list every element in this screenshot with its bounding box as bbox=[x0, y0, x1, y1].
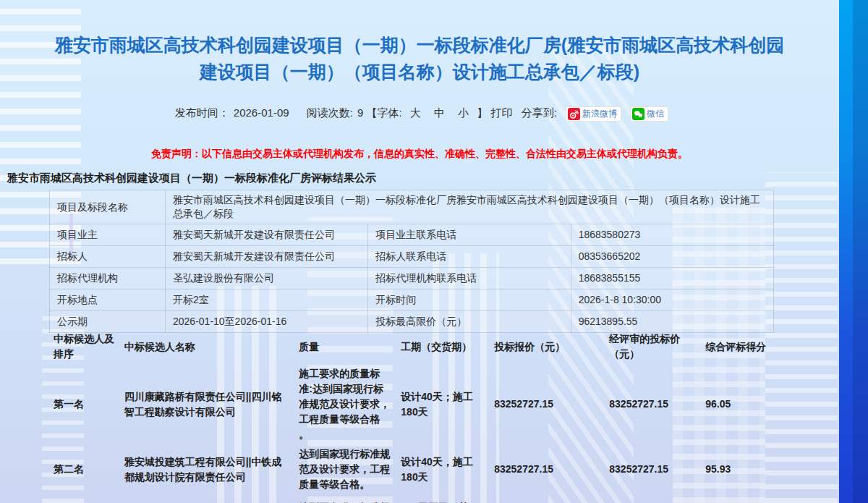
info-value: 圣弘建设股份有限公司 bbox=[166, 268, 368, 289]
info-value: 18683855155 bbox=[571, 268, 773, 289]
candidate-score: 96.05 bbox=[701, 364, 778, 444]
info-value: 08353665202 bbox=[571, 246, 773, 268]
table-row: 招标代理机构 圣弘建设股份有限公司 招标代理机构联系电话 18683855155 bbox=[50, 268, 774, 289]
info-label: 项目及标段名称 bbox=[50, 190, 166, 224]
candidate-quality: 达到国家现行标准规范及设计要求，工程质量等级合格。 bbox=[294, 444, 396, 494]
table-row: 开标地点 开标2室 开标时间 2026-1-8 10:30:00 bbox=[50, 289, 774, 311]
share-wechat-button[interactable]: 微信 bbox=[630, 106, 668, 122]
candidate-evaluated-price: 83252727.18 bbox=[605, 494, 701, 503]
info-label: 项目业主 bbox=[50, 224, 166, 246]
candidate-name: 雅安城投建筑工程有限公司||中铁成都规划设计院有限责任公司 bbox=[120, 444, 295, 494]
font-size-bracket-close: 】 bbox=[477, 106, 488, 119]
info-label: 招标人 bbox=[50, 246, 166, 268]
right-edge-decoration bbox=[839, 0, 868, 503]
share-wechat-label: 微信 bbox=[647, 108, 664, 120]
col-header-evaluated-price: 经评审的投标价（元） bbox=[605, 329, 701, 364]
view-count-value: 9 bbox=[357, 106, 363, 119]
table-row: 项目业主 雅安蜀天新城开发建设有限责任公司 项目业主联系电话 186835802… bbox=[50, 224, 774, 246]
wechat-icon bbox=[632, 108, 644, 120]
info-value: 雅安市雨城区高技术科创园建设项目（一期）一标段标准化厂房雅安市雨城区高技术科创园… bbox=[166, 190, 774, 224]
info-value: 雅安蜀天新城开发建设有限责任公司 bbox=[166, 224, 368, 246]
info-label: 项目业主联系电话 bbox=[368, 224, 571, 246]
info-value: 2026-1-8 10:30:00 bbox=[571, 289, 773, 311]
candidate-price: 83252727.15 bbox=[490, 444, 605, 494]
candidate-evaluated-price: 83252727.15 bbox=[605, 444, 701, 494]
share-to-label: 分享到: bbox=[522, 106, 557, 119]
candidate-price: 83252727.18 bbox=[490, 494, 605, 503]
candidate-name: 四川康藏路桥有限责任公司||四川铭智工程勘察设计有限公司 bbox=[120, 364, 295, 444]
info-label: 开标地点 bbox=[50, 289, 166, 311]
publish-time-label: 发布时间： bbox=[175, 106, 229, 119]
info-value: 开标2室 bbox=[166, 289, 368, 311]
col-header-rank: 中标候选人及排序 bbox=[49, 329, 120, 364]
table-row: 第一名 四川康藏路桥有限责任公司||四川铭智工程勘察设计有限公司 施工要求的质量… bbox=[49, 364, 778, 444]
info-label: 开标时间 bbox=[368, 289, 571, 311]
candidate-name: 新疆兵团城建集团有限公司||中船第九设计研究院工程有限公司 bbox=[120, 494, 295, 503]
candidate-rank: 第一名 bbox=[49, 364, 120, 444]
table-row: 第二名 雅安城投建筑工程有限公司||中铁成都规划设计院有限责任公司 达到国家现行… bbox=[49, 444, 778, 494]
announcement-page: 雅安市雨城区高技术科创园建设项目（一期）一标段标准化厂房(雅安市雨城区高技术科创… bbox=[0, 0, 839, 503]
col-header-duration: 工期（交货期） bbox=[396, 329, 490, 364]
right-edge-decoration-inner bbox=[853, 0, 868, 503]
info-value: 18683580273 bbox=[571, 224, 773, 246]
result-announcement-title: 雅安市雨城区高技术科创园建设项目（一期）一标段标准化厂房评标结果公示 bbox=[7, 172, 376, 185]
print-button[interactable]: 打印 bbox=[490, 106, 512, 119]
info-value: 雅安蜀天新城开发建设有限责任公司 bbox=[166, 246, 368, 268]
col-header-score: 综合评标得分 bbox=[701, 329, 778, 364]
candidate-score: 95.93 bbox=[701, 444, 778, 494]
candidate-quality: 达到国家现行标准规范及设计要求，工程质量等级合格 bbox=[294, 494, 396, 503]
col-header-quality: 质量 bbox=[294, 329, 396, 364]
info-label: 招标人联系电话 bbox=[368, 246, 571, 268]
font-size-bracket-open: 【字体: bbox=[366, 106, 401, 119]
weibo-icon bbox=[568, 108, 580, 120]
table-row: 第三名 新疆兵团城建集团有限公司||中船第九设计研究院工程有限公司 达到国家现行… bbox=[49, 494, 778, 503]
font-size-large-button[interactable]: 大 bbox=[410, 106, 421, 119]
candidate-evaluated-price: 83252727.15 bbox=[605, 364, 701, 444]
meta-row: 发布时间：2026-01-09 阅读次数:9 【字体: 大 中 小 】 打印 分… bbox=[0, 106, 839, 122]
col-header-price: 投标报价（元） bbox=[490, 329, 605, 364]
share-weibo-button[interactable]: 新浪微博 bbox=[566, 106, 621, 122]
table-row: 招标人 雅安蜀天新城开发建设有限责任公司 招标人联系电话 08353665202 bbox=[50, 246, 774, 268]
font-size-small-button[interactable]: 小 bbox=[458, 106, 469, 119]
candidate-quality: 施工要求的质量标准:达到国家现行标准规范及设计要求，工程质量等级合格 。 bbox=[294, 364, 396, 444]
candidate-duration: 设计40天，施工180天 bbox=[396, 444, 490, 494]
font-size-medium-button[interactable]: 中 bbox=[434, 106, 445, 119]
info-label: 招标代理机构联系电话 bbox=[368, 268, 571, 289]
info-label: 招标代理机构 bbox=[50, 268, 166, 289]
candidate-duration: 220日历天（其中：设计40天，施工180天） bbox=[396, 494, 490, 503]
publish-time-value: 2026-01-09 bbox=[234, 106, 289, 119]
view-count-label: 阅读次数: bbox=[307, 106, 353, 119]
candidate-score: 95.75 bbox=[701, 494, 778, 503]
project-info-table: 项目及标段名称 雅安市雨城区高技术科创园建设项目（一期）一标段标准化厂房雅安市雨… bbox=[49, 190, 774, 333]
page-title: 雅安市雨城区高技术科创园建设项目（一期）一标段标准化厂房(雅安市雨城区高技术科创… bbox=[0, 32, 839, 85]
candidate-duration: 设计40天；施工180天 bbox=[396, 364, 490, 444]
candidate-rank: 第二名 bbox=[49, 444, 120, 494]
share-weibo-label: 新浪微博 bbox=[582, 108, 617, 120]
bid-candidates-table: 中标候选人及排序 中标候选人名称 质量 工期（交货期） 投标报价（元） 经评审的… bbox=[49, 329, 778, 503]
table-row: 项目及标段名称 雅安市雨城区高技术科创园建设项目（一期）一标段标准化厂房雅安市雨… bbox=[50, 190, 774, 224]
col-header-name: 中标候选人名称 bbox=[120, 329, 295, 364]
disclaimer-text: 免责声明：以下信息由交易主体或代理机构发布，信息的真实性、准确性、完整性、合法性… bbox=[0, 148, 839, 161]
candidate-price: 83252727.15 bbox=[490, 364, 605, 444]
candidate-rank: 第三名 bbox=[49, 494, 120, 503]
table-header-row: 中标候选人及排序 中标候选人名称 质量 工期（交货期） 投标报价（元） 经评审的… bbox=[49, 329, 778, 364]
